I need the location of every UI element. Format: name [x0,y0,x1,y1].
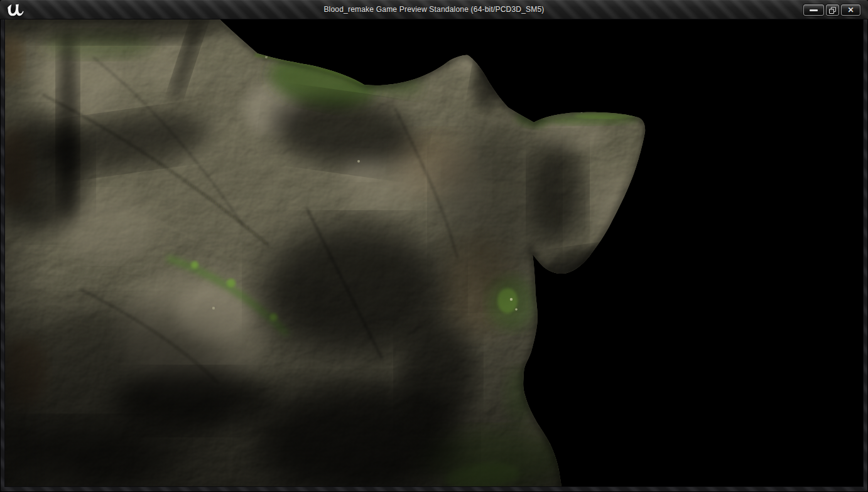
restore-button[interactable] [826,4,839,16]
close-icon: ✕ [847,5,854,15]
rock-formation-render [5,19,863,486]
restore-icon [829,7,836,14]
window-title: Blood_remake Game Preview Standalone (64… [0,5,868,14]
app-window: Blood_remake Game Preview Standalone (64… [0,0,868,492]
game-viewport[interactable] [5,19,863,486]
window-controls: ✕ [803,4,860,16]
close-button[interactable]: ✕ [841,4,860,16]
titlebar[interactable]: Blood_remake Game Preview Standalone (64… [0,0,868,19]
minimize-icon [810,9,818,11]
minimize-button[interactable] [803,4,824,16]
